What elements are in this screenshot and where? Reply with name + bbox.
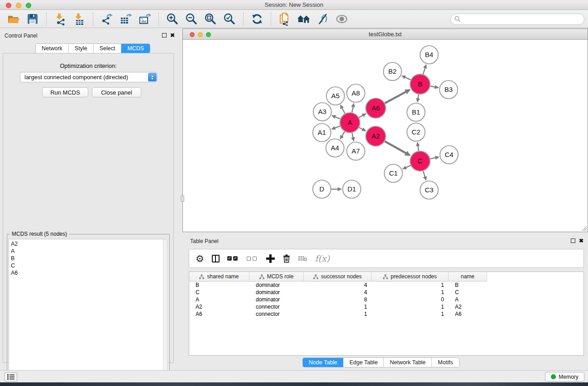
refresh-view-button[interactable]: [248, 12, 267, 26]
table-cell[interactable]: 1: [372, 303, 449, 310]
table-row[interactable]: Adominator80A: [189, 296, 583, 303]
tab-style[interactable]: Style: [69, 44, 94, 53]
tab-node-table[interactable]: Node Table: [303, 358, 344, 367]
save-session-button[interactable]: [23, 12, 42, 26]
function-builder-button[interactable]: f(x): [315, 253, 330, 263]
graph-edge-C-C3[interactable]: [423, 171, 426, 180]
show-task-history-button[interactable]: [4, 372, 17, 381]
table-panel-close-icon[interactable]: ✖: [579, 238, 583, 243]
table-row[interactable]: A6connector11A6: [189, 310, 583, 318]
export-table-button[interactable]: [116, 12, 135, 26]
table-cell[interactable]: 4: [304, 281, 372, 289]
table-cell[interactable]: 1: [372, 310, 449, 318]
table-cell[interactable]: 4: [304, 289, 372, 296]
graph-edge-A-A7[interactable]: [352, 133, 354, 141]
result-scrollbar[interactable]: [163, 239, 167, 386]
column-header-name[interactable]: name: [449, 272, 487, 281]
tab-select[interactable]: Select: [94, 44, 122, 53]
open-session-button[interactable]: [4, 12, 23, 26]
show-columns-button[interactable]: [212, 255, 220, 262]
column-header-MCDS-role[interactable]: MCDS role: [249, 272, 304, 281]
table-row[interactable]: A2connector11A2: [189, 303, 583, 310]
table-panel-float-icon[interactable]: [571, 238, 575, 243]
graph-edge-A-A5[interactable]: [340, 105, 345, 114]
table-cell[interactable]: A6: [189, 310, 249, 318]
window-resize-grip[interactable]: [581, 225, 587, 231]
mcds-result-list[interactable]: A2ABCA6: [9, 239, 164, 386]
network-from-selection-button[interactable]: [275, 12, 294, 26]
tab-network[interactable]: Network: [36, 44, 69, 53]
zoom-out-button[interactable]: [182, 12, 201, 26]
graph-edge-B-B1[interactable]: [417, 95, 418, 102]
result-item[interactable]: B: [11, 255, 164, 262]
close-panel-button[interactable]: Close panel: [92, 87, 141, 97]
graph-edge-A-A3[interactable]: [332, 115, 340, 119]
network-window-titlebar[interactable]: testGlobe.txt: [183, 29, 588, 40]
deselect-all-button[interactable]: [247, 257, 258, 261]
result-item[interactable]: A2: [11, 240, 164, 248]
home-button[interactable]: [294, 12, 313, 26]
graph-edge-B-B4[interactable]: [423, 65, 426, 74]
graph-edge-B-B3[interactable]: [430, 86, 439, 87]
table-cell[interactable]: dominator: [249, 296, 304, 303]
zoom-in-button[interactable]: [163, 12, 182, 26]
table-cell[interactable]: A: [449, 296, 487, 303]
graph-edge-C-C2[interactable]: [417, 143, 419, 151]
table-cell[interactable]: A6: [449, 310, 487, 318]
export-network-button[interactable]: [97, 12, 116, 26]
table-cell[interactable]: 1: [304, 303, 372, 310]
column-header-predecessor-nodes[interactable]: predecessor nodes: [372, 272, 449, 281]
result-item[interactable]: A6: [11, 269, 164, 276]
export-image-button[interactable]: [135, 12, 154, 26]
graph-edge-A-A8[interactable]: [352, 104, 354, 113]
column-header-shared-name[interactable]: shared name: [189, 272, 249, 281]
table-cell[interactable]: 1: [372, 289, 449, 296]
graph-edge-A-A4[interactable]: [340, 132, 345, 139]
zoom-selected-button[interactable]: [220, 12, 239, 26]
graph-edge-B-B2[interactable]: [402, 76, 411, 80]
memory-button[interactable]: Memory: [545, 372, 584, 381]
splitter-handle[interactable]: [181, 195, 184, 202]
graph-edge-A-A6[interactable]: [359, 114, 366, 118]
delete-table-button[interactable]: [298, 255, 307, 262]
table-cell[interactable]: 1: [372, 281, 449, 289]
bird-eye-view-button[interactable]: [332, 12, 351, 26]
graph-edge-C-C4[interactable]: [430, 157, 439, 159]
control-panel-float-icon[interactable]: [162, 33, 167, 38]
graph-edge-C-C1[interactable]: [403, 166, 411, 169]
table-cell[interactable]: dominator: [249, 289, 304, 296]
criterion-dropdown[interactable]: largest connected component (directed) ▲…: [20, 72, 158, 82]
add-column-button[interactable]: [266, 254, 275, 263]
table-cell[interactable]: A2: [449, 303, 487, 310]
delete-column-button[interactable]: [282, 254, 291, 263]
table-row[interactable]: Cdominator41C: [189, 289, 583, 296]
column-header-successor-nodes[interactable]: successor nodes: [304, 272, 372, 281]
tab-edge-table[interactable]: Edge Table: [344, 358, 384, 367]
table-cell[interactable]: B: [189, 281, 249, 289]
network-graph-canvas[interactable]: AA1A2A3A4A5A6A7A8BB1B2B3B4CC1C2C3C4DD1: [183, 40, 588, 232]
graph-edge-A-A1[interactable]: [332, 126, 340, 129]
result-item[interactable]: C: [11, 262, 164, 269]
table-cell[interactable]: C: [449, 289, 487, 296]
table-cell[interactable]: A2: [189, 303, 249, 310]
control-panel-close-icon[interactable]: ✖: [170, 33, 175, 38]
import-network-button[interactable]: [51, 12, 70, 26]
table-settings-button[interactable]: ⚙: [196, 254, 204, 263]
tab-mcds[interactable]: MCDS: [121, 44, 150, 53]
import-table-button[interactable]: [70, 12, 89, 26]
tab-motifs[interactable]: Motifs: [432, 358, 459, 367]
table-cell[interactable]: 8: [304, 296, 372, 303]
graph-edge-A-A2[interactable]: [359, 128, 366, 131]
tab-network-table[interactable]: Network Table: [384, 358, 432, 367]
hide-graphics-details-button[interactable]: f: [313, 12, 332, 26]
graph-edge-A6-B[interactable]: [385, 90, 410, 103]
table-cell[interactable]: 1: [304, 310, 372, 318]
table-cell[interactable]: connector: [249, 303, 304, 310]
table-cell[interactable]: B: [449, 281, 487, 289]
zoom-fit-button[interactable]: [201, 12, 220, 26]
table-cell[interactable]: 0: [372, 296, 449, 303]
table-row[interactable]: Bdominator41B: [189, 281, 583, 289]
graph-edge-A2-C[interactable]: [385, 141, 410, 155]
table-cell[interactable]: dominator: [249, 281, 304, 289]
run-mcds-button[interactable]: Run MCDS: [42, 87, 88, 97]
